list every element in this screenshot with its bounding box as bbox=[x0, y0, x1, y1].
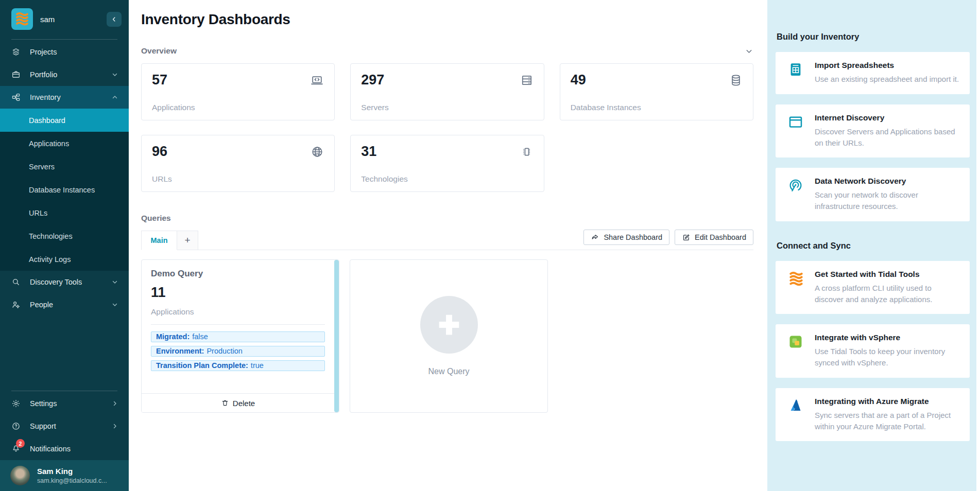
divider bbox=[151, 324, 325, 325]
stat-value: 297 bbox=[361, 72, 533, 88]
overview-collapse-icon[interactable] bbox=[745, 47, 753, 56]
sidebar-item-dashboard[interactable]: Dashboard bbox=[0, 109, 129, 132]
stat-card-servers[interactable]: 297 Servers bbox=[350, 63, 544, 120]
user-profile[interactable]: Sam King sam.king@tidalcloud.c... bbox=[0, 460, 129, 491]
new-query-card[interactable]: New Query bbox=[350, 259, 548, 413]
search-icon bbox=[11, 277, 21, 287]
demo-query-card[interactable]: Demo Query 11 Applications Migrated: fal… bbox=[141, 259, 339, 413]
user-email: sam.king@tidalcloud.c... bbox=[37, 477, 107, 484]
card-description: Use an existing spreadsheet and import i… bbox=[815, 74, 959, 85]
stat-value: 31 bbox=[361, 144, 533, 160]
sidebar-item-projects[interactable]: Projects bbox=[0, 41, 129, 63]
sidebar-item-portfolio[interactable]: Portfolio bbox=[0, 63, 129, 86]
edit-dashboard-button[interactable]: Edit Dashboard bbox=[675, 230, 753, 245]
new-query-label: New Query bbox=[428, 367, 469, 376]
filter-value: false bbox=[192, 332, 208, 341]
query-scrollbar[interactable] bbox=[334, 260, 339, 412]
internet-discovery-card[interactable]: Internet Discovery Discover Servers and … bbox=[776, 104, 970, 158]
sidebar-spacer bbox=[0, 316, 129, 389]
button-label: Share Dashboard bbox=[604, 233, 662, 241]
sidebar-item-applications[interactable]: Applications bbox=[0, 132, 129, 155]
query-label: Applications bbox=[151, 307, 325, 317]
stat-value: 49 bbox=[571, 72, 743, 88]
filter-value: true bbox=[251, 361, 264, 370]
import-spreadsheets-card[interactable]: Import Spreadsheets Use an existing spre… bbox=[776, 52, 970, 94]
sidebar-collapse-button[interactable] bbox=[107, 12, 122, 27]
sidebar-item-discovery-tools[interactable]: Discovery Tools bbox=[0, 271, 129, 293]
stat-label: Servers bbox=[361, 103, 388, 112]
overview-heading: Overview bbox=[141, 46, 177, 56]
card-title: Import Spreadsheets bbox=[815, 61, 959, 70]
sidebar-item-support[interactable]: Support bbox=[0, 415, 129, 437]
stat-card-urls[interactable]: 96 URLs bbox=[141, 135, 335, 192]
right-panel-scrollbar[interactable] bbox=[976, 0, 980, 491]
notification-badge: 2 bbox=[16, 439, 25, 448]
sidebar-item-settings[interactable]: Settings bbox=[0, 392, 129, 415]
database-icon bbox=[729, 74, 743, 87]
chevron-left-icon bbox=[111, 16, 117, 23]
card-description: Sync servers that are a part of a Projec… bbox=[815, 410, 960, 432]
sidebar-item-label: Notifications bbox=[30, 445, 118, 453]
delete-query-button[interactable]: Delete bbox=[142, 393, 334, 412]
submenu-label: Database Instances bbox=[29, 186, 95, 194]
plus-circle-icon bbox=[420, 296, 478, 354]
chevron-right-icon bbox=[111, 400, 118, 407]
submenu-label: Applications bbox=[29, 139, 69, 148]
build-inventory-heading: Build your Inventory bbox=[777, 32, 970, 42]
azure-icon bbox=[788, 398, 803, 413]
server-icon bbox=[520, 74, 534, 87]
browser-icon bbox=[788, 114, 803, 130]
right-panel: Build your Inventory Import Spreadsheets… bbox=[767, 0, 980, 491]
layers-icon bbox=[11, 47, 21, 57]
stat-card-applications[interactable]: 57 Applications bbox=[141, 63, 335, 120]
tidal-tools-card[interactable]: Get Started with Tidal Tools A cross pla… bbox=[776, 261, 970, 314]
inventory-submenu: Dashboard Applications Servers Database … bbox=[0, 109, 129, 271]
stat-card-database-instances[interactable]: 49 Database Instances bbox=[560, 63, 753, 120]
stat-label: Database Instances bbox=[571, 103, 641, 112]
sidebar-item-inventory[interactable]: Inventory bbox=[0, 86, 129, 109]
card-description: Scan your network to discover infrastruc… bbox=[815, 189, 960, 212]
stat-card-technologies[interactable]: 31 Technologies bbox=[350, 135, 544, 192]
tab-main[interactable]: Main bbox=[141, 231, 177, 250]
submenu-label: Activity Logs bbox=[29, 255, 71, 264]
card-description: A cross platform CLI utility used to dis… bbox=[815, 283, 960, 305]
card-title: Get Started with Tidal Tools bbox=[815, 270, 960, 279]
radar-icon bbox=[788, 178, 803, 193]
sidebar-item-activity-logs[interactable]: Activity Logs bbox=[0, 248, 129, 271]
data-network-discovery-card[interactable]: Data Network Discovery Scan your network… bbox=[776, 168, 970, 221]
sidebar-item-notifications[interactable]: 2 Notifications bbox=[0, 437, 129, 460]
sidebar-header: sam bbox=[0, 0, 129, 37]
card-title: Integrate with vSphere bbox=[815, 333, 960, 342]
stat-value: 57 bbox=[152, 72, 324, 88]
overview-stats-grid: 57 Applications 297 Servers 49 Database … bbox=[141, 63, 753, 192]
card-title: Internet Discovery bbox=[815, 113, 960, 122]
add-tab-button[interactable]: + bbox=[177, 231, 198, 250]
question-circle-icon bbox=[11, 422, 21, 431]
submenu-label: Technologies bbox=[29, 232, 73, 240]
stat-label: Technologies bbox=[361, 174, 407, 184]
sidebar-divider bbox=[11, 391, 117, 391]
sidebar-item-label: Settings bbox=[30, 399, 102, 408]
chevron-right-icon bbox=[111, 423, 118, 430]
edit-icon bbox=[682, 233, 691, 242]
vsphere-card[interactable]: Integrate with vSphere Use Tidal Tools t… bbox=[776, 324, 970, 378]
avatar bbox=[10, 466, 30, 485]
sidebar-item-urls[interactable]: URLs bbox=[0, 201, 129, 224]
azure-migrate-card[interactable]: Integrating with Azure Migrate Sync serv… bbox=[776, 388, 970, 442]
page-title: Inventory Dashboards bbox=[141, 11, 753, 28]
chip-icon bbox=[520, 145, 534, 159]
sidebar-item-servers[interactable]: Servers bbox=[0, 155, 129, 178]
sidebar-item-label: People bbox=[30, 301, 102, 309]
share-dashboard-button[interactable]: Share Dashboard bbox=[583, 230, 669, 245]
sidebar-item-database-instances[interactable]: Database Instances bbox=[0, 178, 129, 201]
card-title: Data Network Discovery bbox=[815, 177, 960, 186]
gear-icon bbox=[11, 399, 21, 408]
sidebar-item-people[interactable]: People bbox=[0, 293, 129, 316]
button-label: Edit Dashboard bbox=[695, 233, 746, 241]
sidebar-divider bbox=[11, 39, 117, 40]
card-description: Use Tidal Tools to keep your inventory s… bbox=[815, 346, 960, 369]
connect-sync-heading: Connect and Sync bbox=[777, 241, 970, 251]
chevron-up-icon bbox=[111, 94, 118, 101]
sidebar-item-technologies[interactable]: Technologies bbox=[0, 224, 129, 248]
spreadsheet-icon bbox=[788, 62, 803, 77]
